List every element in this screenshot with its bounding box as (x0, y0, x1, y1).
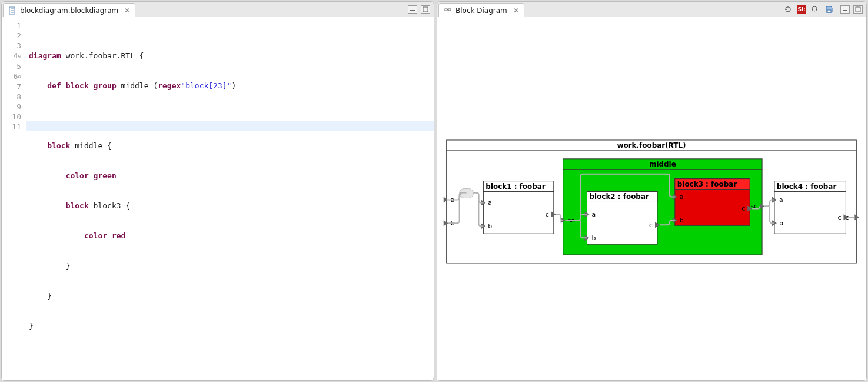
si-badge-icon[interactable]: Si: (797, 5, 806, 14)
zoom-icon[interactable] (810, 5, 820, 14)
svg-text:a: a (591, 211, 596, 218)
block4-title: block4 : foobar (777, 182, 836, 191)
svg-rect-7 (448, 9, 451, 11)
middle-group-title: middle (649, 160, 676, 168)
line-number: 10 (2, 112, 21, 122)
middle-group[interactable]: middle sa sc block2 : foobar a b (561, 159, 764, 255)
svg-text:c: c (837, 214, 841, 221)
block1-title: block1 : foobar (485, 182, 545, 191)
diagram-tab-label: Block Diagram (455, 6, 507, 15)
minimize-button[interactable] (408, 5, 417, 14)
minimize-button[interactable] (840, 5, 850, 14)
line-number: 4⊖ (2, 51, 21, 61)
line-number-gutter: 1 2 3 4⊖ 5 6⊖ 7 8 9 10 11 (2, 17, 26, 380)
block2-title: block2 : foobar (590, 192, 649, 201)
diagram-icon (444, 6, 452, 15)
svg-rect-13 (843, 10, 847, 11)
outer-block-title: work.foobar(RTL) (617, 141, 686, 150)
line-number: 9 (2, 102, 21, 112)
editor-tab-blockdiagram[interactable]: blockdiagram.blockdiagram ✕ (3, 3, 135, 17)
line-number: 6⊖ (2, 71, 21, 82)
svg-point-9 (812, 6, 817, 11)
line-number: 11 (2, 122, 21, 132)
block4[interactable]: block4 : foobar a b c (772, 181, 848, 234)
diagram-body[interactable]: work.foobar(RTL) a b c block1 : foobar a (437, 17, 866, 380)
close-icon[interactable]: ✕ (513, 6, 519, 15)
diagram-toolbar: Si: (783, 3, 849, 16)
editor-tabbar: blockdiagram.blockdiagram ✕ (2, 2, 434, 17)
editor-pane: blockdiagram.blockdiagram ✕ 1 2 3 4⊖ 5 6… (1, 1, 434, 381)
svg-text:a: a (680, 193, 684, 201)
block2[interactable]: block2 : foobar a b c (585, 192, 660, 245)
block3-title: block3 : foobar (677, 180, 737, 188)
close-icon[interactable]: ✕ (124, 6, 130, 15)
code-editor[interactable]: diagram work.foobar.RTL { def block grou… (26, 17, 434, 380)
editor-tab-label: blockdiagram.blockdiagram (20, 6, 118, 15)
file-icon (8, 6, 16, 15)
diagram-pane: Block Diagram ✕ Si: (437, 1, 867, 381)
svg-text:c: c (741, 205, 745, 212)
diagram-tab[interactable]: Block Diagram ✕ (438, 3, 524, 17)
line-number: 8 (2, 92, 21, 102)
svg-text:b: b (488, 222, 492, 230)
save-icon[interactable] (824, 5, 834, 14)
block-diagram-canvas[interactable]: work.foobar(RTL) a b c block1 : foobar a (437, 17, 866, 380)
port-label-sc: sc (750, 202, 757, 210)
svg-rect-6 (445, 9, 447, 11)
svg-text:a: a (779, 196, 783, 204)
maximize-button[interactable] (421, 5, 430, 14)
line-number: 1 (2, 21, 21, 31)
svg-text:b: b (680, 217, 684, 224)
svg-rect-11 (827, 10, 831, 12)
svg-line-10 (816, 11, 818, 12)
block3[interactable]: block3 : foobar a b c (673, 179, 752, 226)
diagram-tabbar: Block Diagram ✕ Si: (437, 2, 866, 17)
svg-text:b: b (591, 234, 596, 242)
svg-text:b: b (779, 220, 783, 227)
svg-rect-14 (856, 7, 860, 12)
svg-text:c: c (649, 221, 653, 229)
port-out-c[interactable] (854, 214, 859, 220)
block1[interactable]: block1 : foobar a b c (481, 181, 556, 234)
editor-body: 1 2 3 4⊖ 5 6⊖ 7 8 9 10 11 diagram work.f… (2, 17, 434, 380)
refresh-icon[interactable] (783, 5, 793, 14)
svg-rect-4 (410, 10, 415, 11)
svg-text:a: a (488, 199, 492, 207)
svg-text:c: c (546, 211, 549, 218)
line-number: 7 (2, 82, 21, 92)
line-number: 5 (2, 61, 21, 71)
svg-rect-5 (423, 7, 428, 12)
line-number: 3 (2, 41, 21, 51)
line-number: 2 (2, 31, 21, 41)
maximize-button[interactable] (853, 5, 863, 14)
